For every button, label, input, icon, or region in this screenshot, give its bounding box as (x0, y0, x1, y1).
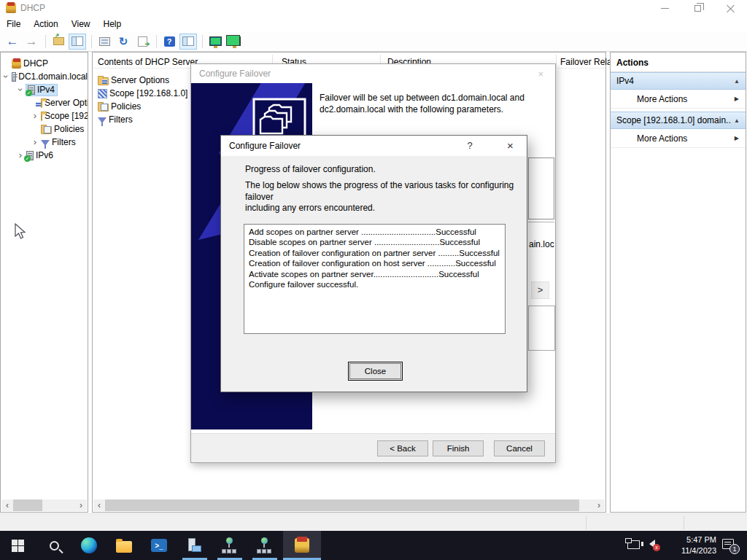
expander-collapsed-icon[interactable]: › (30, 138, 40, 147)
column-contents[interactable]: Contents of DHCP Server (98, 57, 198, 67)
tree-item-ipv4[interactable]: › ✓ IPv4 (1, 83, 88, 96)
start-button[interactable] (9, 537, 26, 554)
toolbar: ← → ↻ ? (0, 31, 747, 52)
scope-icon (98, 89, 107, 98)
scrollbar-thumb[interactable] (105, 499, 579, 511)
menu-file[interactable]: File (0, 18, 27, 31)
taskbar-file-explorer-button[interactable] (115, 537, 133, 554)
tree-item-policies[interactable]: Policies (1, 122, 88, 136)
export-list-button[interactable] (133, 34, 151, 50)
mouse-cursor (15, 223, 28, 241)
wizard-field-box-fragment (528, 306, 555, 351)
domain-tree-icon (221, 537, 237, 553)
submenu-arrow-icon: ▶ (735, 135, 739, 141)
windows-logo-icon (12, 540, 24, 552)
menu-help[interactable]: Help (97, 18, 128, 31)
clock-date: 11/4/2023 (661, 545, 716, 556)
properties-button[interactable] (96, 34, 113, 50)
toolbar-separator (202, 35, 203, 48)
tree-label: Policies (54, 124, 84, 134)
tree-item-ipv6[interactable]: › ✓ IPv6 (1, 149, 88, 162)
ipv4-more-actions[interactable]: More Actions ▶ (611, 90, 746, 109)
refresh-button[interactable]: ↻ (115, 34, 132, 50)
expander-expanded-icon[interactable]: › (1, 71, 10, 82)
server-options-icon (98, 77, 109, 85)
scrollbar-thumb[interactable] (13, 499, 42, 511)
wizard-intro-text: Failover will be set up between dc1.doma… (320, 92, 547, 115)
network-status-icon[interactable] (627, 540, 640, 549)
close-button[interactable] (714, 0, 747, 16)
actions-section-scope[interactable]: Scope [192.168.1.0] domain... ▲ (611, 112, 746, 129)
actions-section-ipv4[interactable]: IPv4 ▲ (611, 72, 746, 90)
up-folder-icon (53, 37, 64, 45)
forward-button[interactable]: → (23, 34, 40, 50)
display-statistics-button[interactable] (206, 34, 224, 50)
tree-label: Scope [192.168.1.0] domain.local (44, 111, 88, 121)
close-icon (727, 4, 735, 12)
menu-action[interactable]: Action (27, 18, 64, 31)
up-one-level-button[interactable] (50, 34, 67, 50)
taskbar-ad-console-button[interactable] (220, 537, 238, 554)
scroll-right-icon[interactable]: › (75, 499, 87, 511)
collapse-icon[interactable]: ▲ (734, 117, 740, 124)
dialog-help-button[interactable]: ? (457, 136, 483, 156)
minimize-button[interactable] (649, 0, 681, 16)
wizard-partner-server-text-fragment: ain.loc (529, 239, 554, 249)
close-dialog-button[interactable]: Close (348, 362, 403, 381)
taskbar-clock[interactable]: 5:47 PM 11/4/2023 (661, 534, 716, 556)
taskbar-edge-button[interactable] (80, 537, 98, 554)
results-horizontal-scrollbar[interactable]: ‹ › (93, 499, 605, 511)
server-options-icon (41, 100, 42, 108)
list-label: Filters (109, 114, 133, 125)
back-button[interactable]: ← (4, 34, 21, 50)
tree-item-dhcp-root[interactable]: DHCP (1, 57, 88, 70)
show-console-tree-button[interactable] (69, 34, 86, 50)
failover-log-box[interactable]: Add scopes on partner server ...........… (244, 224, 506, 334)
actions-panel: Actions IPv4 ▲ More Actions ▶ Scope [192… (610, 52, 746, 513)
menu-view[interactable]: View (65, 18, 97, 31)
log-line: Activate scopes on partner server.......… (249, 269, 500, 279)
more-actions-label: More Actions (637, 133, 735, 144)
ipv6-server-icon: ✓ (26, 151, 34, 160)
help-button[interactable]: ? (160, 34, 178, 50)
taskbar-powershell-button[interactable]: >_ (150, 537, 168, 554)
dhcp-console-icon (295, 538, 309, 553)
collapse-icon[interactable]: ▲ (734, 78, 740, 85)
wizard-expand-button-fragment[interactable]: > (531, 281, 549, 299)
help-icon: ? (164, 36, 175, 47)
back-icon: ← (7, 34, 19, 49)
display-servers-button[interactable] (225, 34, 243, 50)
cancel-button[interactable]: Cancel (494, 440, 545, 456)
file-explorer-icon (116, 541, 132, 553)
volume-muted-icon[interactable]: x (648, 540, 655, 548)
tree-item-scope[interactable]: › Scope [192.168.1.0] domain.local (1, 109, 88, 122)
policies-icon (41, 126, 52, 134)
selected-highlight: ✓ IPv4 (26, 84, 58, 96)
taskbar-dhcp-console-button[interactable] (283, 531, 321, 560)
taskbar-search-button[interactable] (45, 537, 63, 554)
wizard-button-bar: < Back Finish Cancel (191, 433, 555, 462)
check-badge-icon: ✓ (24, 155, 31, 162)
dialog-close-button[interactable]: × (494, 136, 527, 156)
tree-item-server-dc1[interactable]: › DC1.domain.local (1, 70, 88, 83)
restore-button[interactable] (681, 0, 714, 16)
expander-collapsed-icon[interactable]: › (30, 112, 40, 120)
wizard-groupbox-edge-fragment (528, 222, 554, 222)
wizard-close-icon[interactable]: × (538, 69, 543, 79)
scroll-left-icon[interactable]: ‹ (93, 499, 105, 511)
taskbar-server-manager-button[interactable] (185, 537, 203, 554)
filters-icon (41, 140, 50, 146)
scroll-right-icon[interactable]: › (593, 499, 605, 511)
tree-item-server-options[interactable]: Server Options (1, 96, 88, 109)
taskbar-dns-console-button[interactable] (255, 537, 273, 554)
back-wizard-button[interactable]: < Back (377, 440, 428, 456)
actions-title: Actions (611, 52, 746, 72)
scroll-left-icon[interactable]: ‹ (1, 499, 13, 511)
expander-expanded-icon[interactable]: › (16, 85, 25, 95)
tree-horizontal-scrollbar[interactable]: ‹ › (1, 499, 87, 511)
tree-item-filters[interactable]: › Filters (1, 136, 88, 149)
scope-more-actions[interactable]: More Actions ▶ (611, 129, 746, 148)
show-action-pane-button[interactable] (179, 34, 197, 50)
finish-button[interactable]: Finish (433, 440, 484, 456)
screen: DHCP File Action View Help ← → ↻ ? (0, 0, 747, 560)
